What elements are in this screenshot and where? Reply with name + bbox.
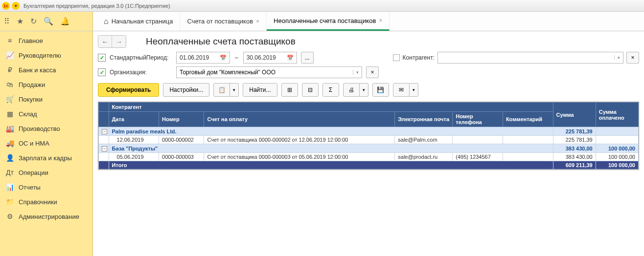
org-clear-button[interactable]: ×	[366, 66, 379, 78]
collapse-button[interactable]: ⊟	[302, 83, 319, 97]
copy-button[interactable]: 📋	[213, 83, 230, 97]
back-button[interactable]: ←	[98, 36, 112, 47]
calendar-icon[interactable]: 📅	[287, 55, 294, 61]
sidebar-label: Руководителю	[19, 52, 61, 59]
tab-invoices[interactable]: Счета от поставщиков×	[180, 12, 267, 31]
forward-button[interactable]: →	[112, 36, 126, 47]
dropdown-icon[interactable]: ▾	[12, 2, 20, 10]
period-label: СтандартныйПериод:	[110, 54, 172, 61]
col-comment[interactable]: Комментарий	[503, 112, 553, 127]
apps-icon[interactable]: ⠿	[4, 17, 10, 26]
tab-unpaid[interactable]: Неоплаченные счета поставщиков×	[267, 12, 390, 31]
group-row[interactable]: −База "Продукты"383 430,00100 000,00	[99, 144, 639, 153]
sidebar-label: Справочники	[19, 198, 57, 206]
contractor-clear-button[interactable]: ×	[626, 52, 639, 64]
sidebar-item[interactable]: ₽Банк и касса	[0, 63, 92, 77]
sidebar-item[interactable]: ⚙Администрирование	[0, 209, 92, 224]
sidebar-icon: 📊	[6, 183, 14, 191]
sum-button[interactable]: Σ	[322, 83, 339, 97]
tabs: Начальная страница Счета от поставщиков×…	[93, 12, 644, 31]
form-button[interactable]: Сформировать	[98, 83, 159, 97]
sidebar-label: Банк и касса	[19, 66, 56, 74]
sidebar-label: Склад	[19, 110, 37, 118]
calendar-icon[interactable]: 📅	[220, 55, 227, 61]
window-title: Бухгалтерия предприятия, редакция 3.0 (1…	[23, 3, 170, 9]
toolbar: ⠿ ★ ↻ 🔍 🔔 Начальная страница Счета от по…	[0, 12, 644, 31]
bell-icon[interactable]: 🔔	[60, 17, 70, 26]
expand-button[interactable]: ⊞	[281, 83, 298, 97]
collapse-icon[interactable]: −	[102, 146, 107, 151]
sidebar-item[interactable]: 📊Отчеты	[0, 180, 92, 194]
tab-label: Неоплаченные счета поставщиков	[274, 17, 376, 24]
group-row[interactable]: −Palm paradise meals Ltd.225 781,39	[99, 127, 639, 136]
print-dropdown[interactable]: ▾	[360, 83, 368, 97]
sidebar-icon: 📈	[6, 51, 14, 59]
save-button[interactable]: 💾	[372, 83, 389, 97]
sidebar-label: Зарплата и кадры	[19, 154, 72, 162]
sidebar-label: Главное	[19, 37, 43, 44]
sidebar-label: ОС и НМА	[19, 140, 49, 147]
sidebar-item[interactable]: 🏭Производство	[0, 121, 92, 136]
col-contractor[interactable]: Контрагент	[109, 103, 553, 112]
col-date[interactable]: Дата	[109, 112, 159, 127]
sidebar-item[interactable]: ≡Главное	[0, 33, 92, 48]
copy-dropdown[interactable]: ▾	[230, 83, 239, 97]
email-button[interactable]: ✉	[393, 83, 410, 97]
sidebar-item[interactable]: 🛒Покупки	[0, 92, 92, 107]
sidebar-item[interactable]: ▦Склад	[0, 107, 92, 121]
date-from-input[interactable]: 01.06.2019📅	[176, 52, 230, 64]
sidebar-label: Производство	[19, 125, 60, 132]
col-number[interactable]: Номер	[159, 112, 204, 127]
content: ← → Неоплаченные счета поставщиков ✓ Ста…	[93, 31, 644, 256]
star-icon[interactable]: ★	[17, 17, 23, 26]
contractor-label: Контрагент:	[403, 54, 435, 61]
contractor-input[interactable]	[438, 54, 614, 61]
data-row[interactable]: 05.06.20190000-000003Счет от поставщика …	[99, 153, 639, 161]
period-ellipsis-button[interactable]: ...	[301, 52, 314, 64]
data-row[interactable]: 12.06.20190000-000002Счет от поставщика …	[99, 136, 639, 144]
toolbar-icons: ⠿ ★ ↻ 🔍 🔔	[0, 12, 93, 31]
sidebar-icon: ▦	[6, 110, 14, 118]
settings-button[interactable]: Настройки...	[163, 83, 209, 97]
col-sum[interactable]: Сумма	[553, 103, 596, 127]
report-grid: КонтрагентСуммаСумма оплачено ДатаНомерС…	[98, 102, 639, 170]
find-button[interactable]: Найти...	[243, 83, 277, 97]
sidebar-item[interactable]: ДтОперации	[0, 165, 92, 180]
contractor-combo[interactable]: ▾	[437, 52, 623, 64]
sidebar-icon: ⚙	[6, 213, 14, 220]
sidebar-label: Отчеты	[19, 184, 41, 191]
sidebar-item[interactable]: 📈Руководителю	[0, 48, 92, 63]
col-paid[interactable]: Сумма оплачено	[596, 103, 638, 127]
close-icon[interactable]: ×	[256, 18, 259, 25]
sidebar-item[interactable]: 🚚ОС и НМА	[0, 136, 92, 150]
contractor-checkbox[interactable]	[393, 54, 400, 61]
tab-home[interactable]: Начальная страница	[97, 12, 180, 31]
date-to-input[interactable]: 30.06.2019📅	[243, 52, 297, 64]
col-phone[interactable]: Номер телефона	[453, 112, 503, 127]
app-icon-1c: 1c	[2, 2, 10, 10]
sidebar-item[interactable]: 👤Зарплата и кадры	[0, 150, 92, 165]
email-dropdown[interactable]: ▾	[410, 83, 418, 97]
sidebar-item[interactable]: 📁Справочники	[0, 194, 92, 209]
sidebar-icon: 🚚	[6, 139, 14, 147]
chevron-down-icon[interactable]: ▾	[614, 55, 623, 60]
search-icon[interactable]: 🔍	[44, 17, 53, 26]
period-checkbox[interactable]: ✓	[98, 54, 106, 62]
col-email[interactable]: Электронная почта	[395, 112, 453, 127]
org-combo[interactable]: ▾	[176, 66, 362, 78]
sidebar-label: Операции	[19, 169, 48, 176]
close-icon[interactable]: ×	[379, 17, 382, 24]
page-title: Неоплаченные счета поставщиков	[146, 36, 296, 47]
sidebar-icon: ₽	[6, 66, 14, 74]
org-checkbox[interactable]: ✓	[98, 68, 106, 76]
print-button[interactable]: 🖨	[343, 83, 360, 97]
org-input[interactable]	[177, 69, 353, 76]
chevron-down-icon[interactable]: ▾	[353, 70, 362, 75]
history-icon[interactable]: ↻	[30, 17, 37, 26]
collapse-icon[interactable]: −	[102, 129, 107, 134]
tab-home-label: Начальная страница	[112, 18, 173, 25]
col-invoice[interactable]: Счет на оплату	[204, 112, 395, 127]
sidebar-label: Администрирование	[19, 213, 79, 220]
total-row: Итого609 211,39100 000,00	[99, 161, 639, 170]
sidebar-item[interactable]: 🛍Продажи	[0, 77, 92, 92]
